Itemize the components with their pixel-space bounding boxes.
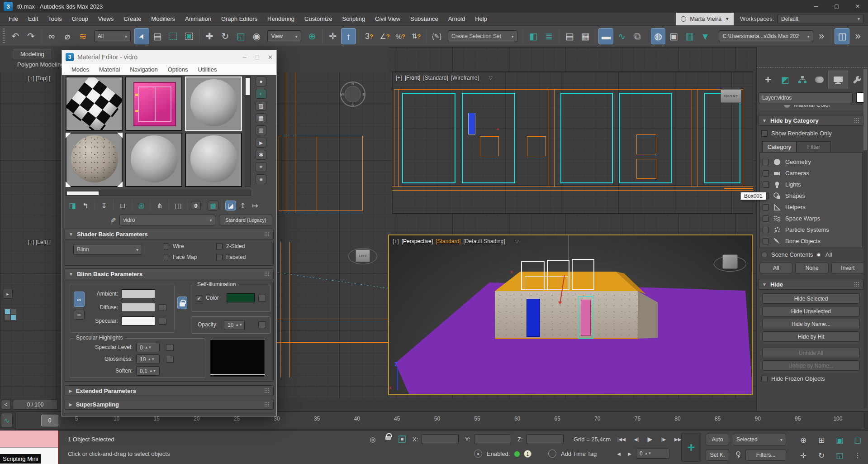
frame-back-icon[interactable]: ◀ [614,451,623,456]
current-frame-field[interactable]: 0▲▼ [636,449,669,459]
schematic-view-icon[interactable]: ⧉ [630,28,645,44]
layer-field[interactable]: Layer:vidros [759,92,853,103]
menu-item[interactable]: Utilities [193,66,222,73]
rendered-frame-window-icon[interactable]: ▥ [682,28,697,44]
more-tools-icon[interactable]: » [850,28,865,44]
spinner-icon[interactable]: ▲▼ [147,358,155,361]
snaps-toggle-icon[interactable]: 3? [362,28,377,44]
category-row-bone-objects[interactable]: Bone Objects [763,235,862,247]
reference-coordinate-select[interactable]: View [267,30,301,42]
material-id-channel-button[interactable]: 0 [191,201,201,210]
material-type-button[interactable]: Standard (Legacy) [219,215,272,225]
mini-curve-editor-icon[interactable]: ∿ [1,413,13,428]
tab-display-active[interactable] [828,71,848,89]
mirror-icon[interactable]: ◧ [526,28,541,44]
shader-select[interactable]: Blinn [73,244,142,255]
undo-icon[interactable]: ↶ [8,28,23,44]
viewport-menu-shading[interactable]: [Wireframe] [451,75,479,81]
self-illum-color-checkbox[interactable]: ✔ [196,295,202,301]
toolbar-overflow-icon[interactable]: » [814,28,829,44]
spinner-icon[interactable]: ▲▼ [235,324,242,326]
viewport-menu-style[interactable]: [Standard] [436,238,460,244]
minimize-icon[interactable]: ─ [243,54,247,60]
opacity-field[interactable]: 10▲▼ [224,320,245,330]
bind-to-space-warp-icon[interactable]: ≋ [76,28,90,44]
video-color-check-icon[interactable]: ▥ [256,125,266,135]
menu-item[interactable]: Create [119,15,146,22]
workspace-select[interactable]: Default [778,14,863,24]
background-icon[interactable]: ▨ [256,101,266,111]
face-map-checkbox[interactable] [163,254,169,260]
specular-color-swatch[interactable] [122,316,155,325]
viewcube-perspective[interactable] [714,251,746,274]
menu-item[interactable]: Help [470,15,492,22]
category-row-space-warps[interactable]: Space Warps [763,213,862,224]
slots-vertical-scrollbar[interactable] [245,77,251,187]
spinner-icon[interactable]: ▲▼ [645,452,652,455]
hide-action-button[interactable]: Hide by Hit [762,331,860,342]
material-name-select[interactable]: vidro [119,215,215,225]
ambient-color-swatch[interactable] [122,289,155,298]
enabled-indicator[interactable] [514,451,520,457]
glossiness-field[interactable]: 10▲▼ [136,354,160,364]
menu-item[interactable]: Group [67,15,93,22]
material-map-navigator-icon[interactable]: ≡ [256,174,266,184]
menu-item[interactable]: Graph Editors [216,15,262,22]
sample-slot-active-vidro[interactable] [185,77,242,131]
wire-checkbox[interactable] [163,243,169,249]
category-action-button[interactable]: None [795,263,828,273]
menu-item[interactable]: Arnold [443,15,470,22]
redo-icon[interactable]: ↷ [24,28,38,44]
viewport-menu-plus[interactable]: [+] [393,238,399,244]
select-and-move-icon[interactable]: ✚ [202,28,217,44]
save-scene-icon[interactable]: ◫ [835,28,849,44]
material-editor-icon[interactable]: ◍ [651,28,666,44]
ribbon-tab-modeling[interactable]: Modeling [14,49,51,59]
menu-item[interactable]: Edit [23,15,43,22]
close-icon[interactable]: ✕ [847,0,868,13]
render-setup-icon[interactable]: ▣ [666,28,681,44]
sample-slot-gray-2[interactable] [185,133,242,187]
y-field[interactable] [474,434,511,444]
close-icon[interactable]: ✕ [268,54,273,61]
rollout-hide-by-category[interactable]: ▼Hide by Category [758,115,863,126]
tab-modify-icon[interactable]: ◩ [777,75,794,85]
make-preview-icon[interactable]: ▶ [256,138,266,148]
viewport-front[interactable]: [+] [Front] [Standard] [Wireframe] ▽ [392,72,753,214]
specular-level-field[interactable]: 0▲▼ [136,343,160,352]
diffuse-color-swatch[interactable] [122,303,155,312]
tab-create-icon[interactable]: + [759,73,777,86]
tab-utilities-icon[interactable] [848,75,865,84]
keyboard-shortcut-override-icon[interactable]: ↑ [341,28,356,44]
frame-forward-icon[interactable]: ▶ [625,451,634,456]
assign-material-to-selection-icon[interactable]: ↧ [98,201,110,210]
diffuse-map-button[interactable] [159,304,166,311]
selected-object-wire[interactable] [468,113,475,134]
viewport-left-label[interactable]: [+] [Left] [ [28,239,51,245]
edit-named-selection-sets-icon[interactable]: {✎} [429,28,444,44]
time-slider-handle[interactable]: 0 [41,415,58,426]
nav-extra-icon[interactable]: ⋮ [849,448,867,463]
auto-key-button[interactable]: Auto [706,434,729,445]
options-icon[interactable]: ✱ [256,150,266,160]
select-and-place-icon[interactable]: ◉ [249,28,264,44]
maximize-viewport-toggle-icon[interactable]: ◱ [830,448,849,463]
sample-slot-gray-1[interactable] [125,133,182,187]
menu-item[interactable]: Modifiers [146,15,180,22]
bone-objects-checkbox[interactable] [763,238,769,244]
coordinate-mode-icon[interactable] [397,434,407,444]
make-material-copy-icon[interactable]: ⊞ [135,201,147,210]
angle-snap-toggle-icon[interactable]: ∠? [377,28,392,44]
specular-map-button[interactable] [159,318,166,325]
timeline-collapse-icon[interactable]: < [1,400,11,410]
select-and-scale-icon[interactable]: ◱ [233,28,248,44]
sample-slot-concrete[interactable] [66,133,123,187]
key-filter-select[interactable]: Selected [733,434,786,445]
category-action-button[interactable]: All [759,263,792,273]
category-row-shapes[interactable]: Shapes [763,190,862,201]
category-row-particle-systems[interactable]: Particle Systems [763,224,862,235]
selection-lock-icon[interactable] [383,433,394,445]
select-by-material-icon[interactable]: ⌖ [256,162,266,172]
select-by-name-icon[interactable]: ▤ [150,28,165,44]
orbit-icon[interactable]: ↻ [812,448,830,463]
